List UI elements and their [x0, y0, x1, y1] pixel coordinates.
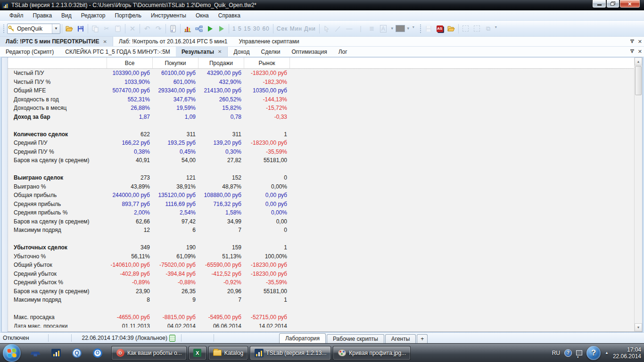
table-cell: -402,89 руб — [107, 270, 153, 279]
table-cell: 6 — [153, 226, 198, 235]
save-button[interactable] — [75, 23, 86, 34]
tray-window-icon[interactable] — [576, 350, 582, 355]
restore-button[interactable] — [606, 0, 619, 8]
close-pane-icon[interactable]: ✕ — [638, 49, 642, 55]
table-cell: 1033,90% — [107, 78, 153, 87]
open-button[interactable] — [64, 23, 75, 34]
table-cell: 0 — [244, 173, 290, 182]
chart-view-button[interactable] — [182, 23, 193, 34]
quicktime-launcher[interactable]: Q — [72, 348, 82, 358]
workspace-tab[interactable]: Рабочие скрипты — [327, 334, 384, 343]
taskbar-button[interactable]: OКак ваши роботы о... — [111, 346, 187, 360]
lab-tab[interactable]: Лаб: !Контроль от 20.16.2014 РТС 5 мин1 — [113, 37, 233, 46]
splitter-handle[interactable] — [2, 58, 8, 332]
taskbar-button[interactable]: TSLab (версия 1.2.13... — [250, 346, 331, 360]
menu-item[interactable]: Портфель — [110, 11, 146, 20]
opera-red-glyph: O — [116, 349, 124, 357]
run-agent-button[interactable] — [216, 23, 227, 34]
menu-item[interactable]: Инструменты — [146, 11, 191, 20]
close-pane-icon[interactable]: ✕ — [638, 39, 642, 45]
menu-item[interactable]: Правка — [28, 11, 57, 20]
vertical-scrollbar[interactable]: ▲ ▼ — [634, 58, 642, 331]
row-label: Доход за бар — [8, 113, 107, 122]
table-cell: 48,87% — [198, 182, 244, 191]
table-cell: 893,77 руб — [107, 200, 153, 209]
table-cell: -18230,00 руб — [244, 270, 290, 279]
result-tab[interactable]: Доход — [228, 47, 255, 57]
taskbar-clock[interactable]: 17:04 22.06.2014 — [613, 346, 641, 360]
result-tab[interactable]: Редактор (Скрипт) — [0, 47, 59, 57]
tool-dropdown-arrow[interactable]: ▼ — [389, 26, 396, 31]
connection-dropdown-arrow[interactable]: ▼ — [52, 24, 60, 33]
vertical-line-icon: ｜ — [357, 25, 363, 33]
taskbar-button[interactable]: Katalog — [208, 346, 248, 360]
show-hidden-icons[interactable]: ▲ — [605, 351, 609, 355]
scroll-down-icon[interactable]: ▼ — [635, 323, 642, 331]
schema-view-button[interactable] — [193, 23, 205, 34]
toolbar-overflow-icon[interactable]: ▾ — [412, 25, 415, 32]
open2-button[interactable] — [446, 23, 457, 34]
tab-list-dropdown-icon[interactable]: ▼ — [630, 40, 634, 44]
table-cell: 34,99 — [198, 217, 244, 226]
connection-selector[interactable]: OpenQuik ▼ — [7, 24, 60, 34]
workspace-tab[interactable]: Лаборатория — [279, 333, 326, 343]
opera-launcher[interactable]: O — [92, 348, 103, 358]
toolbar2-grip[interactable] — [419, 24, 421, 34]
workspace-tab[interactable]: Агенты — [385, 334, 416, 343]
result-tab[interactable]: Лог — [333, 47, 353, 57]
menu-item[interactable]: Окна — [191, 11, 214, 20]
menu-item[interactable]: Справка — [214, 11, 245, 20]
interval-numbers[interactable]: 1 5 15 30 60 — [231, 25, 272, 32]
lab-tab[interactable]: Лаб: !РТС 5 мин ПЕРЕОТКРЫТИЕ✕ — [0, 37, 113, 46]
table-cell: -75020,00 руб — [153, 261, 198, 270]
table-cell: -5495,00 руб — [198, 313, 244, 322]
close-button[interactable]: ✕ — [619, 0, 640, 8]
taskbar-button-label: Кривая профита.jpg... — [349, 350, 406, 356]
result-tab[interactable]: Сделки — [256, 47, 286, 57]
interval-units[interactable]: Сек Мин Дни — [275, 25, 318, 32]
save2-button — [423, 23, 434, 34]
results-panel: ВсеПокупкиПродажиРынок Чистый П/У103390,… — [1, 57, 643, 332]
help-tray-icon[interactable]: ? — [564, 349, 572, 357]
run-script-button[interactable] — [205, 23, 216, 34]
close-tab-icon[interactable]: ✕ — [103, 39, 107, 44]
tslab-chart-launcher[interactable] — [51, 348, 61, 358]
result-tab[interactable]: Результаты✕ — [176, 47, 228, 57]
open-folder-icon — [66, 25, 73, 33]
column-header: Все — [107, 58, 153, 68]
toolbar2-overflow-icon[interactable]: ▾ — [494, 25, 498, 32]
scrollbar-thumb[interactable] — [635, 66, 642, 95]
clock-time: 17:04 — [613, 346, 641, 353]
table-cell: 06.06.2014 — [198, 322, 244, 328]
color-swatch[interactable] — [396, 25, 405, 32]
table-cell: 601,00% — [153, 78, 198, 87]
language-indicator[interactable]: RU — [552, 350, 560, 356]
hline-tool-button: — — [344, 23, 355, 34]
taskbar-button[interactable]: X — [189, 346, 206, 360]
start-button[interactable] — [3, 344, 21, 362]
menu-item[interactable]: Редактор — [76, 11, 110, 20]
table-cell: 293340,00 руб — [153, 86, 198, 95]
taskbar-button[interactable]: Кривая профита.jpg... — [333, 346, 411, 360]
result-tab[interactable]: Оптимизация — [286, 47, 332, 57]
hotkeys-button[interactable]: AS — [434, 23, 446, 34]
close-tab-icon[interactable]: ✕ — [218, 49, 222, 54]
workspace-tab[interactable]: + — [417, 334, 428, 343]
result-tab[interactable]: СКЛЕЙКА РТС 1_5 ГОДА 5 МИНУТ:-:5М — [59, 47, 176, 57]
toolbar-grip[interactable] — [2, 24, 5, 34]
help-orb-icon[interactable]: ? — [586, 346, 601, 360]
log-indicator-icon[interactable] — [169, 335, 175, 342]
windows-logo-icon — [7, 348, 16, 357]
menu-item[interactable]: Файл — [5, 11, 28, 20]
scroll-up-icon[interactable]: ▲ — [635, 58, 642, 66]
lab-tab[interactable]: Управление скриптами — [233, 37, 305, 46]
color-dropdown-arrow[interactable]: ▼ — [405, 26, 412, 31]
close-icon: ✕ — [628, 1, 632, 7]
script-properties-button[interactable] — [167, 23, 179, 34]
tab-label: Редактор (Скрипт) — [6, 49, 54, 55]
graduation-cap-launcher[interactable] — [30, 348, 41, 358]
tab-list-dropdown-icon[interactable]: ▼ — [630, 49, 634, 54]
menu-item[interactable]: Вид — [57, 11, 76, 20]
minimize-button[interactable] — [592, 0, 606, 8]
row-label: Максимум подряд — [8, 296, 107, 304]
